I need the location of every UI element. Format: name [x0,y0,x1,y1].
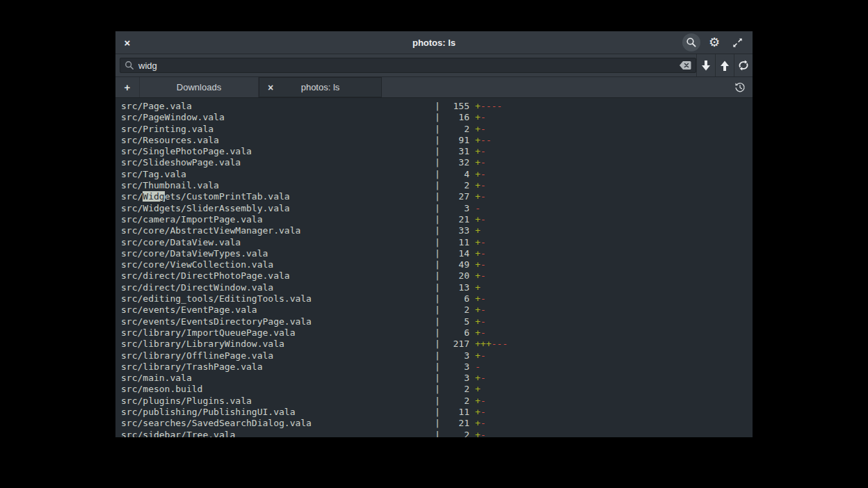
diffstat-graph: +- [475,169,486,180]
additions-marks: + [475,237,481,247]
change-count: 6 [440,327,469,339]
terminal-row: src/Page.vala|155+---- [121,101,753,112]
history-icon [734,82,746,93]
diffstat-graph: +- [475,396,486,407]
terminal-row: src/core/AbstractViewManager.vala|33+ [121,225,753,236]
window-close-button[interactable]: × [115,31,139,54]
additions-marks: + [475,384,481,394]
change-count: 16 [440,112,469,123]
additions-marks: + [475,191,481,202]
file-path: src/Widgets/CustomPrintTab.vala [121,191,435,202]
window-title: photos: ls [115,38,753,48]
diffstat-graph: +- [475,214,486,225]
tab-downloads[interactable]: Downloads [139,77,259,97]
diffstat-graph: +- [475,327,486,339]
additions-marks: + [475,214,481,225]
additions-marks: + [475,373,481,383]
search-previous-button[interactable] [715,54,734,76]
change-count: 21 [440,418,469,429]
search-wrap-button[interactable] [734,54,753,76]
column-separator: | [435,384,440,395]
additions-marks: + [475,350,481,361]
diffstat-graph: - [475,203,481,214]
fullscreen-button[interactable] [728,33,746,51]
additions-marks: + [475,282,481,293]
tab-close-button[interactable]: × [268,78,273,97]
terminal-row: src/direct/DirectWindow.vala|13+ [121,282,753,293]
change-count: 11 [440,237,469,248]
diffstat-graph: +- [475,157,486,168]
terminal-row: src/sidebar/Tree.vala|2+- [121,430,753,437]
tab-photos-ls[interactable]: × photos: ls [259,77,382,97]
file-path: src/events/EventPage.vala [121,304,435,316]
change-count: 217 [440,339,469,350]
column-separator: | [435,157,440,168]
column-separator: | [435,124,440,135]
diffstat-graph: +- [475,146,486,157]
file-path: src/library/OfflinePage.vala [121,350,435,361]
search-icon [124,60,134,70]
column-separator: | [435,373,440,384]
change-count: 13 [440,282,469,293]
file-path: src/library/ImportQueuePage.vala [121,327,435,339]
additions-marks: + [475,407,481,417]
search-input[interactable]: widg [120,58,696,73]
diffstat-graph: +- [475,430,486,437]
column-separator: | [435,316,440,327]
file-path: src/publishing/PublishingUI.vala [121,407,435,418]
search-toggle-button[interactable] [682,33,700,51]
session-history-button[interactable] [728,77,753,97]
column-separator: | [435,304,440,316]
deletions-marks: - [481,418,486,428]
deletions-marks: ---- [481,101,502,111]
additions-marks: + [475,135,481,145]
change-count: 3 [440,373,469,384]
terminal-row: src/meson.build|2+ [121,384,753,395]
diffstat-graph: +- [475,180,486,191]
terminal-row: src/plugins/Plugins.vala|2+- [121,396,753,407]
deletions-marks: - [481,124,486,134]
settings-button[interactable]: ⚙ [705,33,723,51]
file-path: src/library/LibraryWindow.vala [121,339,435,350]
deletions-marks: - [481,304,486,315]
column-separator: | [435,418,440,429]
diffstat-graph: - [475,361,481,373]
change-count: 3 [440,203,469,214]
diffstat-graph: + [475,384,481,395]
column-separator: | [435,293,440,304]
terminal-row: src/core/DataView.vala|11+- [121,237,753,248]
diffstat-graph: +-- [475,135,491,146]
additions-marks: + [475,169,481,179]
change-count: 2 [440,304,469,316]
column-separator: | [435,237,440,248]
clear-backspace-icon[interactable] [680,61,691,70]
additions-marks: + [475,418,481,428]
deletions-marks: - [481,396,486,406]
diffstat-graph: +- [475,316,486,327]
deletions-marks: - [481,214,486,225]
additions-marks: + [475,396,481,406]
file-path: src/core/DataViewTypes.vala [121,248,435,259]
change-count: 6 [440,293,469,304]
gear-icon: ⚙ [709,36,720,49]
terminal-row: src/Printing.vala|2+- [121,124,753,135]
file-path: src/Printing.vala [121,124,435,135]
terminal-row: src/Resources.vala|91+-- [121,135,753,146]
change-count: 5 [440,316,469,327]
tabbar-spacer [382,77,728,97]
terminal-row: src/camera/ImportPage.vala|21+- [121,214,753,225]
additions-marks: + [475,327,481,338]
column-separator: | [435,191,440,202]
terminal-row: src/core/DataViewTypes.vala|14+- [121,248,753,259]
terminal-row: src/SlideshowPage.vala|32+- [121,157,753,168]
new-tab-button[interactable]: + [115,77,139,97]
column-separator: | [435,350,440,361]
terminal-output[interactable]: src/Page.vala|155+----src/PageWindow.val… [115,98,753,437]
search-next-button[interactable] [696,54,715,76]
diffstat-graph: +- [475,191,486,202]
additions-marks: + [475,430,481,437]
diffstat-graph: +- [475,293,486,304]
change-count: 2 [440,384,469,395]
terminal-row: src/direct/DirectPhotoPage.vala|20+- [121,270,753,282]
terminal-row: src/publishing/PublishingUI.vala|11+- [121,407,753,418]
